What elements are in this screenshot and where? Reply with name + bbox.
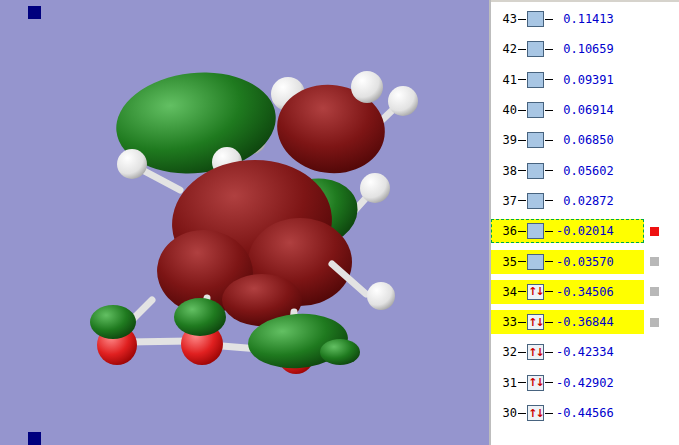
- corner-marker-top: [28, 6, 41, 19]
- orbital-row-inner[interactable]: 33 ↑↓ -0.36844: [491, 310, 644, 334]
- orbital-row[interactable]: 39 0.06850: [491, 125, 679, 155]
- orbital-energy-value: -0.42334: [556, 345, 614, 359]
- orbital-number: 36: [497, 224, 517, 238]
- orbital-row-inner[interactable]: 41 0.09391: [491, 68, 644, 92]
- orbital-row[interactable]: 37 0.02872: [491, 186, 679, 216]
- tick-line-right: [545, 291, 553, 292]
- virtual-orbital-icon[interactable]: [527, 11, 544, 27]
- orbital-row[interactable]: 36 -0.02014: [491, 216, 679, 246]
- virtual-orbital-icon[interactable]: [527, 193, 544, 209]
- tick-line-left: [518, 170, 526, 171]
- orbital-row-inner[interactable]: 40 0.06914: [491, 98, 644, 122]
- orbital-number: 33: [497, 315, 517, 329]
- virtual-orbital-icon[interactable]: [527, 163, 544, 179]
- orbital-row-inner[interactable]: 42 0.10659: [491, 37, 644, 61]
- tick-line-left: [518, 413, 526, 414]
- tick-line-right: [545, 200, 553, 201]
- orbital-row[interactable]: 40 0.06914: [491, 95, 679, 125]
- orbital-energy-value: -0.42902: [556, 376, 614, 390]
- tick-line-left: [518, 231, 526, 232]
- orbital-marker[interactable]: [650, 318, 659, 327]
- orbital-energy-list: 43 0.11413 42 0.10659 41 0.09391 40: [491, 0, 679, 445]
- orbital-energy-value: -0.34506: [556, 285, 614, 299]
- tick-line-right: [545, 231, 553, 232]
- orbital-energy-value: 0.10659: [556, 42, 614, 56]
- molecule-viewport[interactable]: [0, 0, 489, 445]
- corner-marker-bottom: [28, 432, 41, 445]
- orbital-row[interactable]: 35 -0.03570: [491, 246, 679, 276]
- orbital-marker[interactable]: [650, 257, 659, 266]
- orbital-energy-value: -0.44566: [556, 406, 614, 420]
- virtual-orbital-icon[interactable]: [527, 72, 544, 88]
- hydrogen-atom: [351, 71, 383, 103]
- orbital-row-inner[interactable]: 34 ↑↓ -0.34506: [491, 280, 644, 304]
- tick-line-right: [545, 261, 553, 262]
- orbital-row-inner[interactable]: 37 0.02872: [491, 189, 644, 213]
- tick-line-left: [518, 140, 526, 141]
- tick-line-left: [518, 261, 526, 262]
- orbital-energy-value: 0.06914: [556, 103, 614, 117]
- tick-line-right: [545, 19, 553, 20]
- hydrogen-atom: [117, 149, 147, 179]
- orbital-energy-value: 0.02872: [556, 194, 614, 208]
- virtual-orbital-icon[interactable]: [527, 132, 544, 148]
- orbital-energy-value: -0.36844: [556, 315, 614, 329]
- occupied-orbital-icon[interactable]: ↑↓: [527, 314, 544, 330]
- orbital-row[interactable]: 38 0.05602: [491, 155, 679, 185]
- orbital-row-inner[interactable]: 36 -0.02014: [491, 219, 644, 243]
- orbital-number: 43: [497, 12, 517, 26]
- tick-line-right: [545, 49, 553, 50]
- orbital-row-inner[interactable]: 38 0.05602: [491, 159, 644, 183]
- tick-line-left: [518, 200, 526, 201]
- orbital-number: 34: [497, 285, 517, 299]
- orbital-energy-value: 0.05602: [556, 164, 614, 178]
- occupied-orbital-icon[interactable]: ↑↓: [527, 344, 544, 360]
- orbital-row-inner[interactable]: 43 0.11413: [491, 7, 644, 31]
- orbital-energy-value: 0.11413: [556, 12, 614, 26]
- orbital-row[interactable]: 30 ↑↓ -0.44566: [491, 398, 679, 428]
- tick-line-left: [518, 382, 526, 383]
- occupied-orbital-icon[interactable]: ↑↓: [527, 405, 544, 421]
- orbital-number: 41: [497, 73, 517, 87]
- tick-line-left: [518, 110, 526, 111]
- tick-line-right: [545, 140, 553, 141]
- tick-line-right: [545, 110, 553, 111]
- orbital-energy-value: -0.02014: [556, 224, 614, 238]
- occupied-orbital-icon[interactable]: ↑↓: [527, 375, 544, 391]
- tick-line-right: [545, 413, 553, 414]
- orbital-row[interactable]: 34 ↑↓ -0.34506: [491, 277, 679, 307]
- orbital-marker[interactable]: [650, 227, 659, 236]
- orbital-marker[interactable]: [650, 287, 659, 296]
- tick-line-right: [545, 322, 553, 323]
- orbital-row[interactable]: 31 ↑↓ -0.42902: [491, 368, 679, 398]
- hydrogen-atom: [388, 86, 418, 116]
- orbital-row[interactable]: 42 0.10659: [491, 34, 679, 64]
- orbital-number: 30: [497, 406, 517, 420]
- virtual-orbital-icon[interactable]: [527, 254, 544, 270]
- orbital-row[interactable]: 33 ↑↓ -0.36844: [491, 307, 679, 337]
- orbital-number: 37: [497, 194, 517, 208]
- virtual-orbital-icon[interactable]: [527, 102, 544, 118]
- tick-line-left: [518, 79, 526, 80]
- tick-line-left: [518, 291, 526, 292]
- occupied-orbital-icon[interactable]: ↑↓: [527, 284, 544, 300]
- orbital-row-inner[interactable]: 39 0.06850: [491, 128, 644, 152]
- orbital-row-inner[interactable]: 31 ↑↓ -0.42902: [491, 371, 644, 395]
- orbital-number: 39: [497, 133, 517, 147]
- orbital-energy-value: 0.06850: [556, 133, 614, 147]
- orbital-row[interactable]: 43 0.11413: [491, 4, 679, 34]
- orbital-energy-value: 0.09391: [556, 73, 614, 87]
- orbital-row[interactable]: 32 ↑↓ -0.42334: [491, 337, 679, 367]
- tick-line-right: [545, 382, 553, 383]
- tick-line-left: [518, 49, 526, 50]
- orbital-number: 40: [497, 103, 517, 117]
- orbital-row-inner[interactable]: 35 -0.03570: [491, 250, 644, 274]
- virtual-orbital-icon[interactable]: [527, 41, 544, 57]
- hydrogen-atom: [360, 173, 390, 203]
- virtual-orbital-icon[interactable]: [527, 223, 544, 239]
- orbital-row-inner[interactable]: 30 ↑↓ -0.44566: [491, 401, 644, 425]
- hydrogen-atom: [367, 282, 395, 310]
- orbital-number: 35: [497, 255, 517, 269]
- orbital-row[interactable]: 41 0.09391: [491, 65, 679, 95]
- orbital-row-inner[interactable]: 32 ↑↓ -0.42334: [491, 340, 644, 364]
